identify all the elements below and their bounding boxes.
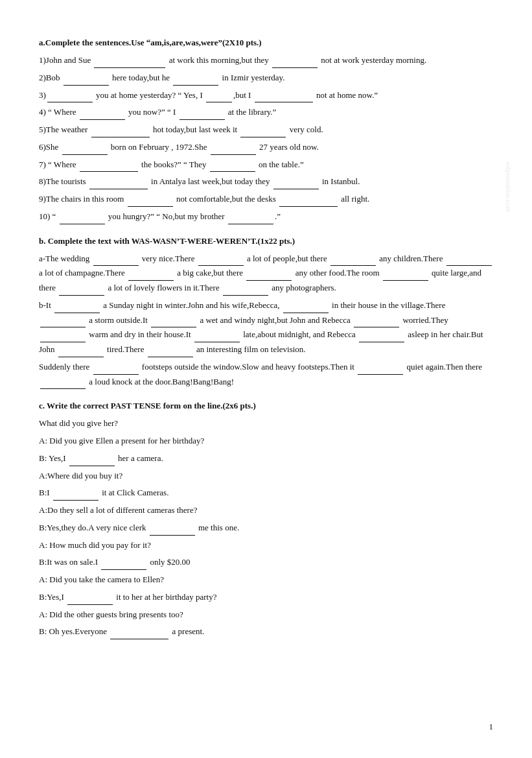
- blank-c2[interactable]: [53, 492, 98, 501]
- blank-4a[interactable]: [80, 111, 125, 120]
- blank-b19[interactable]: [148, 348, 193, 357]
- blank-10a[interactable]: [60, 215, 105, 224]
- sentence-1: 1)John and Sue at work this morning,but …: [39, 53, 493, 68]
- blank-1a[interactable]: [94, 59, 165, 68]
- blank-9b[interactable]: [279, 198, 338, 207]
- blank-c1[interactable]: [69, 457, 115, 466]
- sentence-7: 7) “ Where the books?” “ They on the tab…: [39, 158, 493, 172]
- sentence-2: 2)Bob here today,but he in Izmir yesterd…: [39, 71, 493, 86]
- c-line-9: A: Did you take the camera to Ellen?: [39, 573, 493, 587]
- blank-b16[interactable]: [194, 333, 240, 342]
- section-c-title: c. Write the correct PAST TENSE form on …: [39, 401, 493, 411]
- blank-b3[interactable]: [330, 257, 376, 266]
- blank-5b[interactable]: [240, 128, 286, 137]
- c-line-3: A:Where did you buy it?: [39, 469, 493, 484]
- sentence-3: 3) you at home yesterday? “ Yes, I ,but …: [39, 88, 493, 103]
- blank-b21[interactable]: [358, 366, 403, 375]
- c-line-12: B: Oh yes.Everyone a present.: [39, 624, 493, 639]
- blank-7a[interactable]: [80, 163, 138, 172]
- c-line-8: B:It was on sale.I only $20.00: [39, 555, 493, 570]
- blank-10b[interactable]: [228, 215, 273, 224]
- paragraph-b2: b-It a Sunday night in winter.John and h…: [39, 298, 493, 357]
- blank-c6[interactable]: [110, 630, 168, 639]
- c-line-4: B:I it at Click Cameras.: [39, 486, 493, 501]
- blank-9a[interactable]: [128, 198, 173, 207]
- blank-b10[interactable]: [54, 304, 100, 313]
- blank-b11[interactable]: [283, 304, 329, 313]
- section-b-content: a-The wedding very nice.There a lot of p…: [39, 252, 493, 390]
- section-c-content: What did you give her? A: Did you give E…: [39, 416, 493, 639]
- blank-b17[interactable]: [359, 333, 404, 342]
- page-number: 1: [489, 722, 494, 732]
- section-a-content: 1)John and Sue at work this morning,but …: [39, 53, 493, 224]
- blank-b18[interactable]: [58, 348, 104, 357]
- blank-6a[interactable]: [62, 146, 108, 155]
- blank-6b[interactable]: [211, 146, 256, 155]
- blank-3c[interactable]: [255, 93, 313, 102]
- c-line-11: A: Did the other guests bring presents t…: [39, 608, 493, 622]
- blank-b15[interactable]: [40, 333, 86, 342]
- blank-7b[interactable]: [210, 163, 255, 172]
- blank-8a[interactable]: [89, 180, 148, 189]
- blank-b5[interactable]: [128, 272, 174, 281]
- blank-5a[interactable]: [91, 128, 150, 137]
- watermark: eslprintables.com: [505, 162, 513, 212]
- blank-3b[interactable]: [206, 93, 232, 102]
- sentence-5: 5)The weather hot today,but last week it…: [39, 123, 493, 137]
- blank-b7[interactable]: [383, 272, 428, 281]
- blank-b22[interactable]: [40, 380, 86, 389]
- paragraph-b1: a-The wedding very nice.There a lot of p…: [39, 252, 493, 296]
- blank-c3[interactable]: [150, 527, 195, 536]
- c-intro: What did you give her?: [39, 416, 493, 431]
- sentence-10: 10) “ you hungry?” “ No,but my brother .…: [39, 209, 493, 224]
- blank-b4[interactable]: [446, 257, 492, 266]
- blank-2a[interactable]: [64, 77, 109, 86]
- blank-1b[interactable]: [272, 59, 318, 68]
- blank-b6[interactable]: [246, 272, 292, 281]
- blank-8b[interactable]: [273, 180, 319, 189]
- blank-b14[interactable]: [354, 318, 399, 327]
- blank-3a[interactable]: [47, 93, 93, 102]
- blank-b8[interactable]: [59, 287, 104, 296]
- sentence-8: 8)The tourists in Antalya last week,but …: [39, 174, 493, 189]
- section-b-title: b. Complete the text with WAS-WASN’T-WER…: [39, 236, 493, 246]
- c-line-1: A: Did you give Ellen a present for her …: [39, 434, 493, 449]
- c-line-2: B: Yes,I her a camera.: [39, 451, 493, 466]
- blank-b13[interactable]: [151, 318, 196, 327]
- blank-b12[interactable]: [40, 318, 86, 327]
- blank-b9[interactable]: [223, 287, 268, 296]
- blank-c5[interactable]: [67, 596, 113, 605]
- sentence-6: 6)She born on February , 1972.She 27 yea…: [39, 140, 493, 155]
- c-line-6: B:Yes,they do.A very nice clerk me this …: [39, 521, 493, 536]
- section-a-title: a.Complete the sentences.Use “am,is,are,…: [39, 38, 493, 48]
- c-line-7: A: How much did you pay for it?: [39, 538, 493, 553]
- c-line-5: A:Do they sell a lot of different camera…: [39, 503, 493, 518]
- sentence-9: 9)The chairs in this room not comfortabl…: [39, 192, 493, 207]
- blank-c4[interactable]: [101, 561, 146, 570]
- paragraph-b3: Suddenly there footsteps outside the win…: [39, 360, 493, 390]
- sentence-4: 4) “ Where you now?” “ I at the library.…: [39, 105, 493, 120]
- blank-b20[interactable]: [93, 366, 139, 375]
- blank-b2[interactable]: [198, 257, 244, 266]
- blank-b1[interactable]: [93, 257, 139, 266]
- blank-2b[interactable]: [173, 77, 218, 86]
- c-line-10: B:Yes,I it to her at her birthday party?: [39, 590, 493, 605]
- blank-4b[interactable]: [179, 111, 225, 120]
